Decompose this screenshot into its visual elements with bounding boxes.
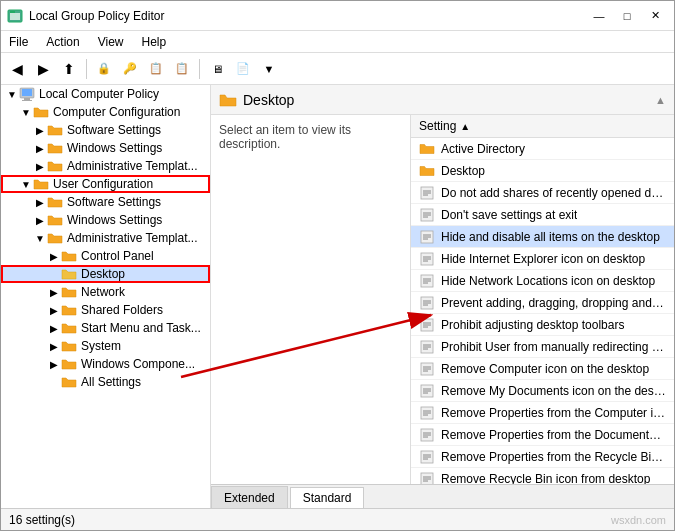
tree-item-windows-cc[interactable]: ▶ Windows Settings	[1, 139, 210, 157]
right-header: Desktop ▲	[211, 85, 674, 115]
tree-label-uc: User Configuration	[53, 177, 153, 191]
folder-icon-admin-uc	[47, 231, 63, 245]
tree-item-wincomp[interactable]: ▶ Windows Compone...	[1, 355, 210, 373]
toggle-software-uc[interactable]: ▶	[33, 197, 47, 208]
setting-row-remove-comp[interactable]: Remove Computer icon on the desktop	[411, 358, 674, 380]
settings-sort-arrow[interactable]: ▲	[460, 121, 470, 132]
setting-row-no-save[interactable]: Don't save settings at exit	[411, 204, 674, 226]
folder-icon-allsettings	[61, 375, 77, 389]
tree-label-startmenu: Start Menu and Task...	[81, 321, 201, 335]
settings-header: Setting ▲	[411, 115, 674, 138]
minimize-button[interactable]: —	[586, 6, 612, 26]
new-window-button[interactable]: 🖥	[205, 57, 229, 81]
extended-view-button[interactable]: 📋	[144, 57, 168, 81]
setting-row-active-directory[interactable]: Active Directory	[411, 138, 674, 160]
tree-item-startmenu[interactable]: ▶ Start Menu and Task...	[1, 319, 210, 337]
policy-icon-remove-prop-docs	[419, 427, 435, 443]
main-content: ▼ Local Computer Policy ▼ Computer Confi…	[1, 85, 674, 508]
setting-name-prohibit-adj: Prohibit adjusting desktop toolbars	[441, 318, 624, 332]
help-button[interactable]: 📄	[231, 57, 255, 81]
svg-rect-4	[22, 89, 32, 96]
tree-item-admin-uc[interactable]: ▼ Administrative Templat...	[1, 229, 210, 247]
standard-view-button[interactable]: 📋	[170, 57, 194, 81]
tree-item-network[interactable]: ▶ Network	[1, 283, 210, 301]
toggle-windows-uc[interactable]: ▶	[33, 215, 47, 226]
forward-button[interactable]: ▶	[31, 57, 55, 81]
tree-item-shared[interactable]: ▶ Shared Folders	[1, 301, 210, 319]
settings-column-label: Setting	[419, 119, 456, 133]
tree-item-software-cc[interactable]: ▶ Software Settings	[1, 121, 210, 139]
setting-name-remove-recycle: Remove Recycle Bin icon from desktop	[441, 472, 650, 485]
setting-row-desktop2[interactable]: Desktop	[411, 160, 674, 182]
tree-item-windows-uc[interactable]: ▶ Windows Settings	[1, 211, 210, 229]
folder-icon-cc	[33, 105, 49, 119]
folder-icon-ad	[419, 141, 435, 157]
tree-item-system[interactable]: ▶ System	[1, 337, 210, 355]
toggle-wincomp[interactable]: ▶	[47, 359, 61, 370]
status-bar: 16 setting(s) wsxdn.com	[1, 508, 674, 530]
maximize-button[interactable]: □	[614, 6, 640, 26]
tab-standard[interactable]: Standard	[290, 487, 365, 508]
tree-item-software-uc[interactable]: ▶ Software Settings	[1, 193, 210, 211]
policy-icon-remove-recycle	[419, 471, 435, 485]
setting-row-hide-ie[interactable]: Hide Internet Explorer icon on desktop	[411, 248, 674, 270]
tab-extended[interactable]: Extended	[211, 486, 288, 508]
menu-view[interactable]: View	[94, 33, 128, 51]
filter-button[interactable]: ▼	[257, 57, 281, 81]
up-button[interactable]: ⬆	[57, 57, 81, 81]
right-body: Select an item to view its description. …	[211, 115, 674, 484]
folder-icon-startmenu	[61, 321, 77, 335]
properties-button[interactable]: 🔑	[118, 57, 142, 81]
menu-file[interactable]: File	[5, 33, 32, 51]
toggle-cc[interactable]: ▼	[19, 107, 33, 118]
setting-row-hide-disable[interactable]: Hide and disable all items on the deskto…	[411, 226, 674, 248]
toggle-shared[interactable]: ▶	[47, 305, 61, 316]
menu-action[interactable]: Action	[42, 33, 83, 51]
setting-name-remove-prop-recycle: Remove Properties from the Recycle Bin c…	[441, 450, 666, 464]
toggle-cp[interactable]: ▶	[47, 251, 61, 262]
setting-row-remove-recycle[interactable]: Remove Recycle Bin icon from desktop	[411, 468, 674, 484]
folder-icon-software-uc	[47, 195, 63, 209]
tree-item-control-panel[interactable]: ▶ Control Panel	[1, 247, 210, 265]
setting-row-prevent[interactable]: Prevent adding, dragging, dropping and c…	[411, 292, 674, 314]
setting-name-no-shares: Do not add shares of recently opened doc…	[441, 186, 666, 200]
show-hide-button[interactable]: 🔒	[92, 57, 116, 81]
toolbar: ◀ ▶ ⬆ 🔒 🔑 📋 📋 🖥 📄 ▼	[1, 53, 674, 85]
toggle-startmenu[interactable]: ▶	[47, 323, 61, 334]
setting-name-remove-mydocs: Remove My Documents icon on the deskt...	[441, 384, 666, 398]
policy-icon-hide	[419, 229, 435, 245]
tree-item-user-config[interactable]: ▼ User Configuration	[1, 175, 210, 193]
setting-row-remove-prop-recycle[interactable]: Remove Properties from the Recycle Bin c…	[411, 446, 674, 468]
settings-pane: Setting ▲ Active Directory	[411, 115, 674, 484]
setting-name-hide: Hide and disable all items on the deskto…	[441, 230, 660, 244]
toggle-admin-uc[interactable]: ▼	[33, 233, 47, 244]
toolbar-sep-1	[86, 59, 87, 79]
toggle-windows-cc[interactable]: ▶	[33, 143, 47, 154]
toggle-software-cc[interactable]: ▶	[33, 125, 47, 136]
toggle-system[interactable]: ▶	[47, 341, 61, 352]
setting-row-no-shares[interactable]: Do not add shares of recently opened doc…	[411, 182, 674, 204]
setting-name-prevent: Prevent adding, dragging, dropping and c…	[441, 296, 666, 310]
policy-icon-remove-prop-comp	[419, 405, 435, 421]
tree-item-desktop[interactable]: Desktop	[1, 265, 210, 283]
tree-item-admin-cc[interactable]: ▶ Administrative Templat...	[1, 157, 210, 175]
menu-help[interactable]: Help	[138, 33, 171, 51]
toggle-uc[interactable]: ▼	[19, 179, 33, 190]
setting-row-prohibit-red[interactable]: Prohibit User from manually redirecting …	[411, 336, 674, 358]
close-button[interactable]: ✕	[642, 6, 668, 26]
setting-row-prohibit-adj[interactable]: Prohibit adjusting desktop toolbars	[411, 314, 674, 336]
back-button[interactable]: ◀	[5, 57, 29, 81]
sort-arrow-up: ▲	[655, 94, 666, 106]
setting-row-remove-prop-comp[interactable]: Remove Properties from the Computer ico.…	[411, 402, 674, 424]
setting-row-hide-network[interactable]: Hide Network Locations icon on desktop	[411, 270, 674, 292]
toggle-admin-cc[interactable]: ▶	[33, 161, 47, 172]
setting-row-remove-prop-docs[interactable]: Remove Properties from the Documents i..…	[411, 424, 674, 446]
toggle-network[interactable]: ▶	[47, 287, 61, 298]
tree-item-computer-config[interactable]: ▼ Computer Configuration	[1, 103, 210, 121]
setting-row-remove-mydocs[interactable]: Remove My Documents icon on the deskt...	[411, 380, 674, 402]
toggle-root[interactable]: ▼	[5, 89, 19, 100]
tree-label-desktop: Desktop	[81, 267, 125, 281]
tree-root[interactable]: ▼ Local Computer Policy	[1, 85, 210, 103]
folder-icon-desktop2	[419, 163, 435, 179]
tree-item-allsettings[interactable]: All Settings	[1, 373, 210, 391]
